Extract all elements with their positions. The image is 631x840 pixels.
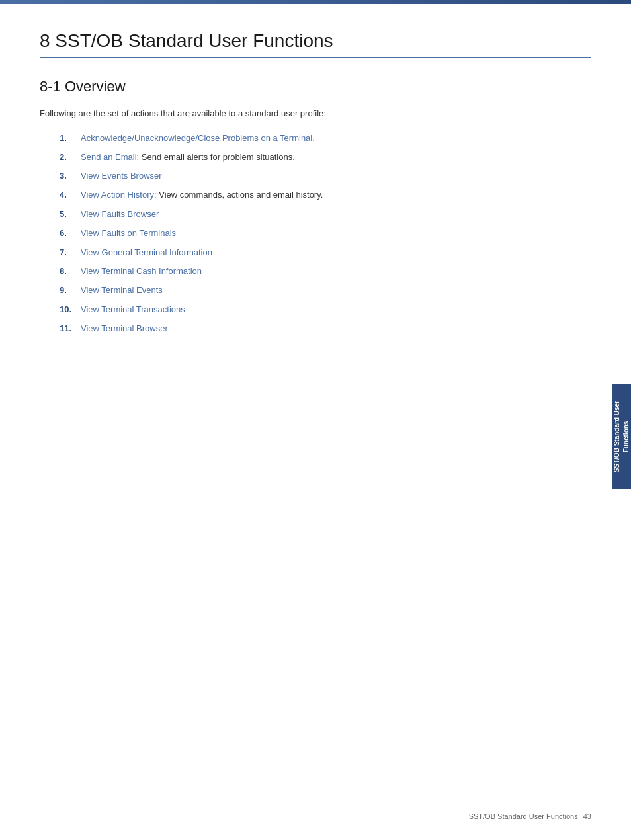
list-link-1[interactable]: Acknowledge/Unacknowledge/Close Problems… xyxy=(81,133,315,143)
list-link-7[interactable]: View General Terminal Information xyxy=(81,247,212,257)
list-content-9: View Terminal Events xyxy=(81,284,163,298)
list-item: 2. Send an Email: Send email alerts for … xyxy=(60,151,591,165)
chapter-title: 8 SST/OB Standard User Functions xyxy=(40,30,591,58)
list-item: 3. View Events Browser xyxy=(60,169,591,183)
list-content-4: View Action History: View commands, acti… xyxy=(81,189,323,202)
list-link-6[interactable]: View Faults on Terminals xyxy=(81,228,176,238)
list-link-8[interactable]: View Terminal Cash Information xyxy=(81,266,202,276)
list-item: 8. View Terminal Cash Information xyxy=(60,265,591,278)
side-tab-text: SST/OB Standard UserFunctions xyxy=(612,401,631,472)
list-link-3[interactable]: View Events Browser xyxy=(81,171,162,181)
list-item: 4. View Action History: View commands, a… xyxy=(60,189,591,202)
list-content-10: View Terminal Transactions xyxy=(81,303,185,317)
list-item: 5. View Faults Browser xyxy=(60,208,591,222)
list-link-9[interactable]: View Terminal Events xyxy=(81,285,163,295)
footer-page-number: 43 xyxy=(583,812,591,820)
page-footer: SST/OB Standard User Functions 43 xyxy=(469,812,591,820)
list-link-5[interactable]: View Faults Browser xyxy=(81,209,159,219)
main-content: 8 SST/OB Standard User Functions 8-1 Ove… xyxy=(0,4,631,381)
list-content-1: Acknowledge/Unacknowledge/Close Problems… xyxy=(81,132,315,146)
list-number-1: 1. xyxy=(60,132,81,146)
list-number-9: 9. xyxy=(60,284,81,298)
list-content-2: Send an Email: Send email alerts for pro… xyxy=(81,151,295,165)
list-number-6: 6. xyxy=(60,227,81,241)
list-number-3: 3. xyxy=(60,169,81,183)
list-number-2: 2. xyxy=(60,151,81,165)
list-desc-4: View commands, actions and email history… xyxy=(159,190,323,200)
list-content-11: View Terminal Browser xyxy=(81,322,168,336)
list-link-10[interactable]: View Terminal Transactions xyxy=(81,304,185,314)
list-item: 6. View Faults on Terminals xyxy=(60,227,591,241)
list-content-8: View Terminal Cash Information xyxy=(81,265,202,278)
list-item: 9. View Terminal Events xyxy=(60,284,591,298)
list-number-4: 4. xyxy=(60,189,81,202)
section-title: 8-1 Overview xyxy=(40,78,591,95)
list-link-11[interactable]: View Terminal Browser xyxy=(81,323,168,333)
top-accent-bar xyxy=(0,0,631,4)
list-item: 11. View Terminal Browser xyxy=(60,322,591,336)
list-content-3: View Events Browser xyxy=(81,169,162,183)
footer-label: SST/OB Standard User Functions xyxy=(469,812,578,820)
list-link-4[interactable]: View Action History: xyxy=(81,190,157,200)
section-number: 8-1 xyxy=(40,78,61,95)
list-number-10: 10. xyxy=(60,303,81,317)
intro-paragraph: Following are the set of actions that ar… xyxy=(40,107,591,121)
intro-text: Following are the set of actions that ar… xyxy=(40,108,326,118)
list-number-7: 7. xyxy=(60,246,81,260)
chapter-number: 8 xyxy=(40,30,50,51)
list-number-5: 5. xyxy=(60,208,81,222)
list-item: 7. View General Terminal Information xyxy=(60,246,591,260)
section-title-text: Overview xyxy=(65,78,126,95)
side-tab: SST/OB Standard UserFunctions xyxy=(612,384,631,489)
list-content-5: View Faults Browser xyxy=(81,208,159,222)
list-link-2[interactable]: Send an Email: xyxy=(81,152,139,162)
function-list: 1. Acknowledge/Unacknowledge/Close Probl… xyxy=(60,132,591,336)
list-item: 10. View Terminal Transactions xyxy=(60,303,591,317)
list-number-11: 11. xyxy=(60,322,81,336)
list-content-6: View Faults on Terminals xyxy=(81,227,176,241)
list-content-7: View General Terminal Information xyxy=(81,246,212,260)
list-desc-2: Send email alerts for problem situations… xyxy=(142,152,295,162)
list-number-8: 8. xyxy=(60,265,81,278)
list-item: 1. Acknowledge/Unacknowledge/Close Probl… xyxy=(60,132,591,146)
chapter-title-text: SST/OB Standard User Functions xyxy=(55,30,333,51)
page: SST/OB Standard UserFunctions 8 SST/OB S… xyxy=(0,0,631,840)
